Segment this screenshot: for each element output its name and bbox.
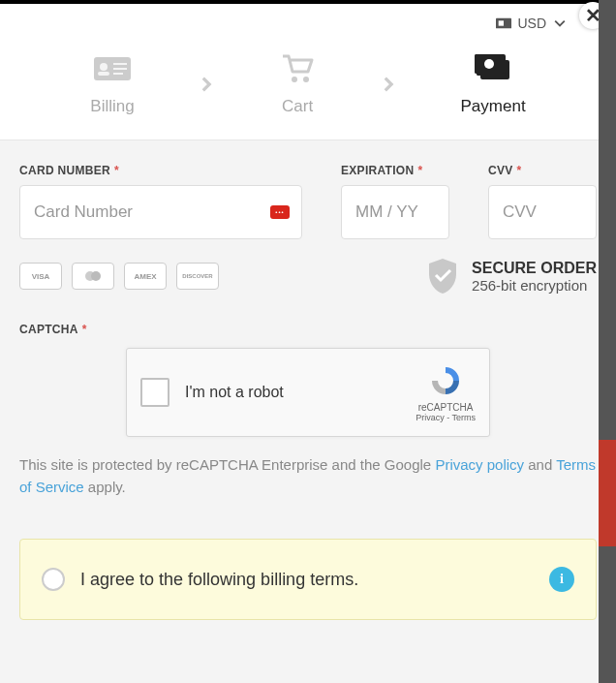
amex-logo: AMEX [124,263,167,290]
agree-terms-text: I agree to the following billing terms. [80,570,534,590]
svg-rect-5 [113,63,127,65]
secure-order-badge: SECURE ORDER 256-bit encryption [425,257,597,295]
privacy-policy-link[interactable]: Privacy policy [435,456,524,473]
accepted-cards: VISA AMEX DISCOVER [19,263,219,290]
card-number-input[interactable] [34,202,288,222]
svg-rect-1 [499,20,504,25]
shield-icon [425,257,460,295]
secure-subtitle: 256-bit encryption [472,277,597,294]
recaptcha-label: I'm not a robot [185,384,416,401]
captcha-label: CAPTCHA* [19,323,597,336]
mastercard-logo [72,263,114,290]
step-billing[interactable]: Billing [90,52,134,116]
cvv-input[interactable] [503,202,582,222]
cart-icon [279,52,316,85]
agree-terms-radio[interactable] [42,568,65,591]
step-payment-label: Payment [461,97,526,116]
step-cart-label: Cart [282,97,313,116]
background-edge [599,0,616,683]
recaptcha-brand: reCAPTCHA [416,402,476,413]
checkout-steps: Billing Cart Payment [19,35,597,140]
recaptcha-checkbox[interactable] [140,378,169,407]
svg-point-9 [303,77,309,82]
svg-rect-4 [98,72,109,76]
recaptcha-terms-link[interactable]: Terms [452,413,477,422]
expiration-input[interactable] [355,202,435,222]
step-payment[interactable]: Payment [461,52,526,116]
legal-text: This site is protected by reCAPTCHA Ente… [19,454,597,498]
currency-icon [496,17,511,29]
currency-selector[interactable]: USD [19,12,597,35]
payment-icon [473,54,513,83]
card-number-field: CARD NUMBER* ••• [19,164,302,239]
currency-code: USD [517,16,546,31]
billing-terms-box: I agree to the following billing terms. … [19,539,597,620]
chevron-down-icon [552,17,568,29]
svg-point-3 [100,63,108,71]
cvv-label: CVV* [488,164,597,177]
cvv-field: CVV* [488,164,597,239]
billing-icon [94,55,131,82]
info-icon[interactable]: i [549,567,574,592]
visa-logo: VISA [19,263,62,290]
recaptcha-privacy-link[interactable]: Privacy [416,413,445,422]
svg-point-20 [91,271,101,281]
card-brand-icon: ••• [270,205,290,219]
recaptcha-logo-icon [416,363,476,400]
recaptcha-widget: I'm not a robot reCAPTCHA Privacy - Term… [126,348,490,437]
card-number-label: CARD NUMBER* [19,164,302,177]
svg-rect-7 [113,73,123,75]
svg-point-18 [484,59,494,69]
svg-rect-6 [113,68,127,70]
expiration-label: EXPIRATION* [341,164,449,177]
step-billing-label: Billing [90,97,134,116]
step-cart[interactable]: Cart [279,52,316,116]
expiration-field: EXPIRATION* [341,164,449,239]
chevron-right-icon [381,77,396,92]
secure-title: SECURE ORDER [472,260,597,277]
chevron-right-icon [199,77,214,92]
discover-logo: DISCOVER [176,263,219,290]
svg-point-8 [292,77,297,82]
